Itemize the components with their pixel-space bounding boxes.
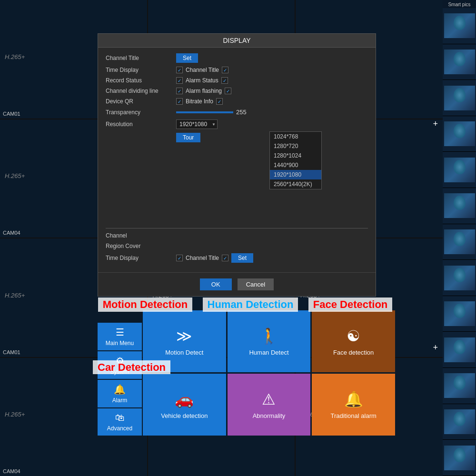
face-detection-label: Face detection (333, 349, 374, 356)
alarm-menu-item[interactable]: 🔔 Alarm (98, 380, 142, 407)
tour-row: Tour (106, 133, 368, 142)
ok-button[interactable]: OK (200, 278, 232, 290)
traditional-alarm-cell[interactable]: 🔔 Traditional alarm (312, 374, 395, 436)
abnormality-cell[interactable]: ⚠ Abnormality (228, 374, 311, 436)
human-detect-label: Human Detect (249, 349, 288, 356)
motion-detect-label: Motion Detect (165, 349, 203, 356)
time-display-set-button[interactable]: Set (231, 253, 253, 263)
alarm-status-cb[interactable] (221, 77, 228, 84)
res-option-1[interactable]: 1024*768 (270, 132, 321, 141)
channel-dividing-checkboxes: Alarm flashing (176, 88, 231, 94)
time-display-checkboxes: Channel Title (176, 67, 228, 73)
main-menu-item[interactable]: ☰ Main Menu (98, 323, 142, 350)
record-status-cb[interactable] (176, 77, 183, 84)
time-display-cb2[interactable] (222, 67, 228, 73)
record-status-label: Record Status (106, 77, 172, 84)
motion-detect-cell[interactable]: ≫ Motion Detect (143, 310, 226, 372)
transparency-row: Transparency 255 (106, 109, 368, 116)
slider-track[interactable] (176, 111, 233, 113)
region-cover-label: Region Cover (106, 243, 172, 249)
res-option-2[interactable]: 1280*720 (270, 141, 321, 151)
thumb-13 (443, 440, 476, 476)
resolution-select[interactable]: 1920*1080 (176, 119, 218, 129)
time-display-label: Time Display (106, 67, 172, 73)
advanced-menu-item[interactable]: 🛍 Advanced (98, 408, 142, 436)
system-label: System (110, 368, 129, 375)
cam-h265-1: H.265+ (5, 53, 25, 60)
vehicle-detection-label: Vehicle detection (161, 412, 208, 419)
thumb-3 (443, 80, 476, 116)
alarm-status-text: Alarm Status (186, 77, 218, 84)
device-qr-row: Device QR Bitrate Info (106, 98, 368, 105)
plus-icon-bottom[interactable]: + (433, 343, 438, 353)
alarm-flashing-cb[interactable] (225, 88, 231, 94)
channel-label: Channel (106, 232, 172, 239)
device-qr-label: Device QR (106, 98, 172, 105)
cam-h265-10: H.265+ (5, 411, 25, 418)
vehicle-detection-cell[interactable]: 🚗 Vehicle detection (143, 374, 226, 436)
time-display-cb[interactable] (176, 67, 183, 73)
resolution-dropdown: 1024*768 1280*720 1280*1024 1440*900 192… (269, 131, 322, 189)
channel-dividing-cb[interactable] (176, 88, 183, 94)
thumbnail-strip: Smart pics (443, 0, 476, 476)
transparency-value: 255 (236, 109, 247, 116)
res-option-5[interactable]: 1920*1080 (270, 170, 321, 179)
cam-h265-7: H.265+ (5, 292, 25, 299)
time-display-2-label: Time Display (106, 255, 172, 261)
res-option-3[interactable]: 1280*1024 (270, 151, 321, 160)
resolution-wrapper: 1920*1080 (176, 119, 218, 129)
res-option-6[interactable]: 2560*1440(2K) (270, 179, 321, 189)
alarm-label: Alarm (112, 397, 127, 404)
tour-button[interactable]: Tour (176, 133, 200, 142)
channel-title-2-text: Channel Title (186, 255, 219, 261)
resolution-row: Resolution 1920*1080 (106, 119, 368, 129)
cam-id-10: CAM04 (3, 468, 20, 474)
thumb-1 (443, 8, 476, 44)
motion-detect-icon: ≫ (176, 327, 192, 345)
system-icon: ⚙ (116, 355, 124, 367)
res-option-4[interactable]: 1440*900 (270, 160, 321, 170)
channel-row: Channel (106, 232, 368, 239)
human-detect-cell[interactable]: 🚶 Human Detect (228, 310, 311, 372)
dialog-footer: OK Cancel (98, 272, 376, 296)
face-detection-cell[interactable]: ☯ Face detection (312, 310, 395, 372)
resolution-label: Resolution (106, 121, 172, 128)
transparency-slider: 255 (176, 109, 247, 116)
cam-id-4: CAM04 (3, 230, 20, 236)
thumb-6 (443, 188, 476, 224)
dialog-divider (106, 228, 368, 228)
time-display-row: Time Display Channel Title (106, 67, 368, 73)
face-detection-icon: ☯ (347, 327, 360, 345)
plus-icon-top[interactable]: + (433, 119, 438, 129)
region-cover-row: Region Cover (106, 243, 368, 249)
cam-id-1: CAM01 (3, 111, 20, 117)
cancel-button[interactable]: Cancel (238, 278, 274, 290)
bitrate-info-cb[interactable] (216, 98, 223, 105)
vehicle-detection-icon: 🚗 (175, 390, 194, 408)
alarm-flashing-text: Alarm flashing (186, 88, 222, 94)
abnormality-label: Abnormality (253, 412, 286, 419)
system-menu-item[interactable]: ⚙ System (98, 351, 142, 379)
smart-pics-label: Smart pics (443, 0, 476, 8)
device-qr-cb[interactable] (176, 98, 183, 105)
dialog-title: DISPLAY (98, 34, 376, 48)
dialog-body: Channel Title Set Time Display Channel T… (98, 48, 376, 272)
advanced-label: Advanced (107, 425, 132, 432)
channel-title-set-button[interactable]: Set (176, 53, 198, 63)
transparency-label: Transparency (106, 109, 172, 116)
channel-dividing-row: Channel dividing line Alarm flashing (106, 88, 368, 94)
record-status-row: Record Status Alarm Status (106, 77, 368, 84)
thumb-7 (443, 224, 476, 260)
thumb-9 (443, 296, 476, 332)
human-detect-icon: 🚶 (259, 327, 278, 345)
device-qr-checkboxes: Bitrate Info (176, 98, 223, 105)
cam-id-7: CAM01 (3, 349, 20, 355)
time-display-2-cb2[interactable] (222, 255, 228, 261)
abnormality-icon: ⚠ (262, 390, 276, 408)
bitrate-info-text: Bitrate Info (186, 98, 213, 105)
main-menu-label: Main Menu (106, 340, 134, 347)
display-dialog: DISPLAY Channel Title Set Time Display C… (98, 33, 376, 297)
thumb-11 (443, 368, 476, 404)
channel-title-text: Channel Title (186, 67, 219, 73)
time-display-2-cb[interactable] (176, 255, 183, 261)
